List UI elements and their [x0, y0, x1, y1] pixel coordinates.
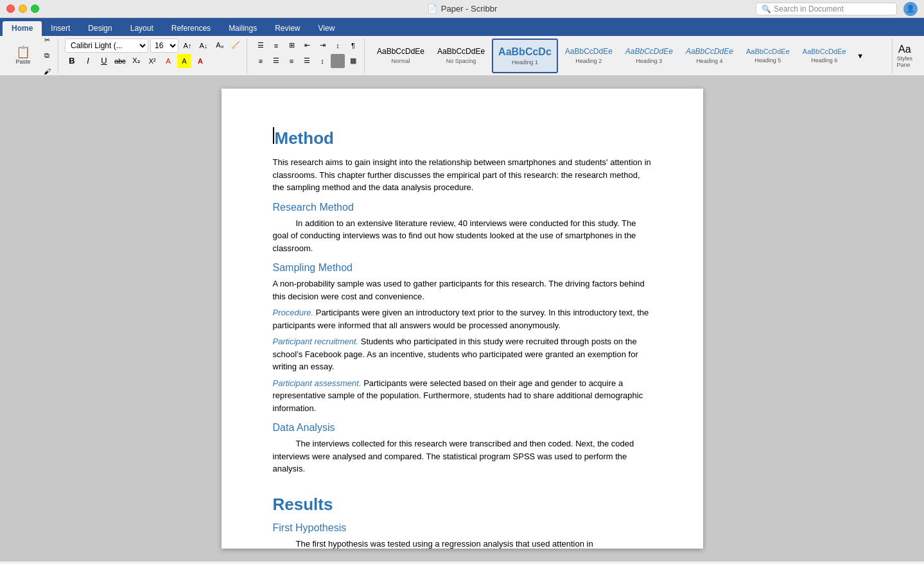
style-heading1[interactable]: AaBbCcDc Heading 1 [492, 39, 558, 73]
clear-format-button[interactable]: 🧹 [229, 39, 243, 53]
style-normal[interactable]: AaBbCcDdEe Normal [371, 39, 430, 73]
window-controls [6, 4, 39, 13]
align-left-button[interactable]: ≡ [254, 54, 268, 68]
close-button[interactable] [6, 4, 15, 13]
style-heading3-label: Heading 3 [636, 58, 662, 64]
change-case-button[interactable]: Aₐ [213, 39, 227, 53]
paste-icon: 📋 [16, 46, 30, 58]
styles-group: AaBbCcDdEe Normal AaBbCcDdEe No Spacing … [367, 39, 920, 73]
results-heading: Results [273, 495, 652, 515]
text-color-button[interactable]: A [193, 54, 207, 68]
font-size-select[interactable]: 16 [150, 39, 179, 53]
format-painter-button[interactable]: 🖌 [40, 64, 54, 78]
paragraph-group: ☰ ≡ ⊞ ⇤ ⇥ ↕ ¶ ≡ ☰ ≡ ☰ ↕ ▦ [250, 39, 365, 73]
show-hide-button[interactable]: ¶ [346, 39, 360, 53]
tab-references[interactable]: References [162, 21, 220, 36]
style-no-spacing-label: No Spacing [446, 58, 476, 64]
font-group: Calibri Light (... 16 A↑ A↓ Aₐ 🧹 B I U a… [61, 39, 247, 73]
borders-button[interactable]: ▦ [346, 54, 360, 68]
highlight-button[interactable]: A [177, 54, 191, 68]
italic-button[interactable]: I [81, 54, 95, 68]
participant-recruitment-label: Participant recruitment. [273, 337, 359, 346]
window-title: Paper - Scribbr [441, 4, 497, 13]
font-color-button[interactable]: A [161, 54, 175, 68]
shading-button[interactable] [331, 54, 345, 68]
style-heading5-label: Heading 5 [754, 57, 781, 64]
style-normal-preview: AaBbCcDdEe [377, 47, 424, 56]
increase-font-button[interactable]: A↑ [180, 39, 195, 53]
style-heading6-preview: AaBbCcDdEe [803, 48, 846, 56]
style-heading4[interactable]: AaBbCcDdEe Heading 4 [680, 39, 739, 73]
title-bar-right: 🔍 Search in Document 👤 [756, 2, 918, 16]
numbering-button[interactable]: ≡ [269, 39, 283, 53]
bold-button[interactable]: B [65, 54, 79, 68]
first-hypothesis-body: The first hypothesis was tested using a … [273, 538, 652, 551]
cut-button[interactable]: ✂ [40, 33, 54, 48]
style-heading5[interactable]: AaBbCcDdEe Heading 5 [740, 39, 796, 73]
styles-pane-icon: Aa [898, 44, 911, 55]
search-bar[interactable]: 🔍 Search in Document [756, 3, 897, 15]
style-heading1-label: Heading 1 [512, 59, 538, 66]
strikethrough-button[interactable]: abc [113, 54, 127, 68]
copy-button[interactable]: ⧉ [40, 49, 54, 63]
style-heading1-preview: AaBbCcDc [498, 46, 552, 58]
clipboard-group: 📋 Paste ✂ ⧉ 🖌 [4, 39, 58, 73]
increase-indent-button[interactable]: ⇥ [315, 39, 329, 53]
style-heading3-preview: AaBbCcDdEe [625, 47, 673, 56]
font-row-2: B I U abc X₂ X² A A A [65, 54, 207, 68]
procedure-body: Participants were given an introductory … [273, 308, 649, 330]
style-no-spacing-preview: AaBbCcDdEe [437, 47, 485, 56]
tab-design[interactable]: Design [79, 21, 121, 36]
justify-button[interactable]: ☰ [300, 54, 314, 68]
title-bar-center: 📄 Paper - Scribbr [427, 4, 497, 13]
style-heading4-preview: AaBbCcDdEe [686, 47, 733, 56]
bullets-button[interactable]: ☰ [254, 39, 268, 53]
tab-home[interactable]: Home [3, 21, 42, 36]
style-no-spacing[interactable]: AaBbCcDdEe No Spacing [431, 39, 491, 73]
data-analysis-heading: Data Analysis [273, 422, 652, 434]
font-row-1: Calibri Light (... 16 A↑ A↓ Aₐ 🧹 [65, 39, 243, 53]
method-heading: Method [273, 127, 652, 148]
document-area: Method This research aims to gain insigh… [0, 76, 924, 561]
underline-button[interactable]: U [97, 54, 111, 68]
user-avatar[interactable]: 👤 [903, 2, 918, 16]
participant-recruitment-para: Participant recruitment. Students who pa… [273, 335, 652, 373]
maximize-button[interactable] [31, 4, 39, 13]
subscript-button[interactable]: X₂ [129, 54, 143, 68]
search-icon: 🔍 [762, 4, 771, 13]
sampling-method-heading: Sampling Method [273, 262, 652, 274]
style-heading3[interactable]: AaBbCcDdEe Heading 3 [620, 39, 679, 73]
style-heading2-label: Heading 2 [575, 58, 602, 64]
tab-view[interactable]: View [309, 21, 344, 36]
doc-icon: 📄 [427, 4, 437, 13]
multilevel-list-button[interactable]: ⊞ [284, 39, 299, 53]
paste-label: Paste [15, 58, 30, 65]
title-bar: 📄 Paper - Scribbr 🔍 Search in Document 👤 [0, 0, 924, 18]
research-method-heading: Research Method [273, 202, 652, 213]
superscript-button[interactable]: X² [145, 54, 159, 68]
font-name-select[interactable]: Calibri Light (... [65, 39, 148, 53]
style-heading2[interactable]: AaBbCcDdEe Heading 2 [559, 39, 618, 73]
style-heading2-preview: AaBbCcDdEe [565, 47, 613, 56]
tab-mailings[interactable]: Mailings [220, 21, 266, 36]
styles-scroll-down[interactable]: ▼ [853, 49, 867, 63]
decrease-font-button[interactable]: A↓ [196, 39, 211, 53]
style-heading5-preview: AaBbCcDdEe [746, 48, 790, 56]
sort-button[interactable]: ↕ [331, 39, 345, 53]
tab-layout[interactable]: Layout [121, 21, 162, 36]
decrease-indent-button[interactable]: ⇤ [300, 39, 314, 53]
sampling-method-body: A non-probability sample was used to gat… [273, 278, 652, 303]
styles-pane-button[interactable]: Aa StylesPane [892, 39, 916, 73]
styles-gallery: AaBbCcDdEe Normal AaBbCcDdEe No Spacing … [371, 39, 891, 73]
minimize-button[interactable] [19, 4, 27, 13]
align-right-button[interactable]: ≡ [284, 54, 299, 68]
style-heading6[interactable]: AaBbCcDdEe Heading 6 [797, 39, 852, 73]
align-center-button[interactable]: ☰ [269, 54, 283, 68]
research-method-body: In addition to an extensive literature r… [273, 217, 652, 255]
styles-pane-label: StylesPane [896, 55, 912, 68]
style-heading6-label: Heading 6 [811, 57, 837, 64]
tab-review[interactable]: Review [266, 21, 309, 36]
document-page[interactable]: Method This research aims to gain insigh… [222, 89, 703, 549]
paste-button[interactable]: 📋 Paste [8, 40, 39, 72]
line-spacing-button[interactable]: ↕ [315, 54, 329, 68]
